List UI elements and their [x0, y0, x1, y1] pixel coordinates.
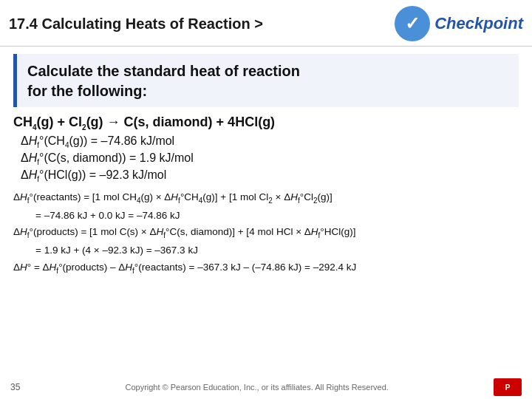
reactants-label: ΔHf°(reactants) = [1 mol CH4(g) × ΔHf°CH…: [13, 189, 519, 207]
main-content: Calculate the standard heat of reaction …: [0, 47, 532, 282]
question-block: Calculate the standard heat of reaction …: [13, 54, 519, 107]
page-header: 17.4 Calculating Heats of Reaction > ✓ C…: [0, 0, 532, 47]
products-label: ΔHf°(products) = [1 mol C(s) × ΔHf°C(s, …: [13, 224, 519, 242]
copyright-text: Copyright © Pearson Education, Inc., or …: [125, 383, 388, 392]
checkpoint-icon: ✓: [395, 6, 430, 41]
pearson-logo: P: [494, 378, 522, 396]
data-line-1: ΔHf°(CH4(g)) = –74.86 kJ/mol: [21, 134, 519, 149]
question-text: Calculate the standard heat of reaction …: [27, 61, 508, 101]
final-answer: ΔH° = ΔHf°(products) – ΔHf°(reactants) =…: [13, 259, 519, 277]
checkpoint-badge: ✓ Checkpoint: [395, 6, 523, 41]
data-line-3: ΔHf°(HCl(g)) = –92.3 kJ/mol: [21, 168, 519, 183]
checkpoint-label: Checkpoint: [434, 14, 523, 33]
calculation-section: ΔHf°(reactants) = [1 mol CH4(g) × ΔHf°CH…: [13, 189, 519, 276]
page-number: 35: [10, 382, 20, 392]
products-value: = 1.9 kJ + (4 × –92.3 kJ) = –367.3 kJ: [35, 242, 519, 259]
section-title: 17.4 Calculating Heats of Reaction >: [9, 16, 263, 33]
reactants-value: = –74.86 kJ + 0.0 kJ = –74.86 kJ: [35, 208, 519, 224]
data-line-2: ΔHf°(C(s, diamond)) = 1.9 kJ/mol: [21, 151, 519, 166]
reaction-equation: CH4(g) + Cl2(g) → C(s, diamond) + 4HCl(g…: [13, 115, 519, 132]
page-footer: 35 Copyright © Pearson Education, Inc., …: [0, 378, 532, 396]
